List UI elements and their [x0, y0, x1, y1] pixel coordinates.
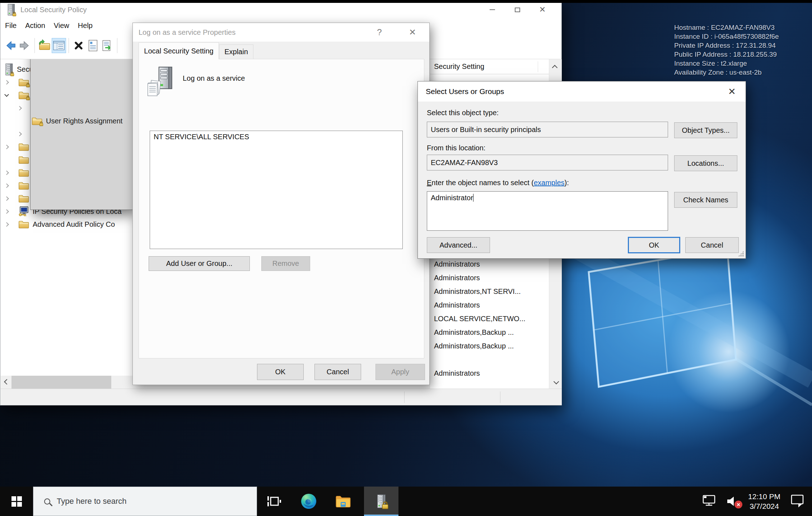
tree-item[interactable]: Advanced Audit Policy Co — [1, 218, 133, 231]
menu-help[interactable]: Help — [78, 22, 93, 30]
close-button[interactable]: ✕ — [530, 0, 555, 19]
close-icon: ✕ — [539, 5, 546, 14]
remove-button[interactable]: Remove — [261, 256, 310, 271]
delete-button[interactable] — [71, 38, 86, 53]
scroll-down-button[interactable] — [549, 376, 562, 389]
toolbar-separator — [117, 38, 117, 53]
security-setting-cell[interactable]: Administrators,Backup ... — [430, 325, 549, 339]
folder-lock-icon — [18, 91, 29, 99]
toolbar-separator — [34, 38, 35, 53]
chevron-right-icon[interactable] — [5, 197, 17, 200]
taskbar-search-input[interactable]: Type here to search — [33, 487, 257, 516]
apply-button[interactable]: Apply — [375, 364, 425, 380]
folder-arrow-icon — [39, 41, 50, 50]
scroll-left-button[interactable] — [1, 376, 11, 389]
task-view-button[interactable] — [257, 487, 291, 516]
scrollbar-thumb[interactable] — [11, 376, 111, 389]
export-list-button[interactable] — [100, 38, 115, 53]
security-setting-cell[interactable]: Administrators — [430, 257, 549, 271]
taskbar-clock[interactable]: 12:10 PM 3/7/2024 — [748, 492, 780, 511]
logon-as-service-properties-dialog: Log on as a service Properties ? ✕ Local… — [132, 23, 430, 385]
security-setting-cell[interactable]: LOCAL SERVICE,NETWO... — [430, 312, 549, 325]
file-explorer-button[interactable] — [326, 487, 360, 516]
forward-arrow-icon — [18, 39, 31, 52]
export-folder-button[interactable] — [37, 38, 52, 53]
add-user-or-group-button[interactable]: Add User or Group... — [149, 256, 250, 271]
column-header-security-setting[interactable]: Security Setting — [430, 59, 549, 74]
instance-info-line: Instance ID : i-065a48f5730882f6e — [674, 32, 779, 41]
close-button[interactable]: ✕ — [404, 23, 421, 42]
member-item[interactable]: NT SERVICE\ALL SERVICES — [154, 133, 399, 141]
ok-button[interactable]: OK — [257, 364, 304, 380]
chevron-right-icon[interactable] — [5, 145, 17, 149]
chevron-right-icon[interactable] — [5, 223, 17, 226]
tab-local-security-setting[interactable]: Local Security Setting — [139, 42, 219, 59]
minimize-button[interactable] — [480, 0, 505, 19]
minimize-icon — [490, 9, 495, 10]
security-setting-list: AdministratorsAdministratorsAdministrato… — [430, 257, 549, 380]
tree-item[interactable]: User Rights Assignment — [1, 114, 133, 127]
edge-button[interactable] — [291, 487, 326, 516]
server-lock-icon — [5, 64, 13, 75]
screen: Hostname : EC2AMAZ-FAN98V3Instance ID : … — [0, 0, 812, 516]
export-list-icon — [102, 39, 113, 52]
scroll-up-button[interactable] — [549, 59, 562, 74]
help-button[interactable]: ? — [371, 23, 388, 42]
chevron-right-icon[interactable] — [18, 132, 30, 136]
policy-name: Log on as a service — [183, 74, 245, 83]
column-separator[interactable] — [538, 61, 538, 72]
members-listbox[interactable]: NT SERVICE\ALL SERVICES — [150, 131, 403, 249]
locations-button[interactable]: Locations... — [674, 155, 737, 171]
folder-icon — [18, 155, 29, 164]
chevron-right-icon[interactable] — [5, 81, 17, 84]
network-tray-button[interactable] — [701, 494, 717, 509]
cancel-button[interactable]: Cancel — [314, 364, 361, 380]
tree-item-label: User Rights Assignment — [46, 117, 122, 125]
dialog-title: Select Users or Groups — [426, 87, 504, 96]
object-names-label: Enter the object names to select (exampl… — [427, 179, 569, 187]
local-security-policy-taskbar-button[interactable] — [364, 487, 398, 516]
statusbar-divider — [404, 391, 405, 403]
ok-button[interactable]: OK — [628, 237, 680, 253]
maximize-button[interactable] — [505, 0, 530, 19]
examples-link[interactable]: examples — [534, 179, 565, 187]
menu-file[interactable]: File — [5, 22, 17, 30]
security-setting-cell[interactable] — [430, 353, 549, 366]
chevron-right-icon[interactable] — [5, 184, 17, 187]
maximize-icon — [515, 8, 520, 12]
back-button[interactable] — [3, 38, 18, 53]
instance-info-line: Private IP Address : 172.31.28.94 — [674, 41, 779, 50]
volume-tray-button[interactable]: ✕ — [726, 495, 739, 508]
console-tree-toggle-button[interactable] — [52, 38, 66, 53]
cancel-button[interactable]: Cancel — [685, 237, 739, 253]
chevron-right-icon[interactable] — [18, 107, 30, 110]
security-setting-cell[interactable]: Administrators — [430, 271, 549, 285]
check-names-button[interactable]: Check Names — [674, 192, 737, 208]
object-type-field[interactable]: Users or Built-in security principals — [427, 122, 668, 137]
delete-x-icon — [73, 40, 84, 51]
close-button[interactable]: ✕ — [723, 84, 741, 99]
resize-grip[interactable] — [738, 251, 744, 257]
windows-logo-icon — [11, 496, 22, 507]
chevron-right-icon[interactable] — [5, 210, 17, 213]
menu-view[interactable]: View — [54, 22, 69, 30]
search-icon — [44, 498, 50, 505]
security-setting-cell[interactable]: Administrators,Backup ... — [430, 339, 549, 353]
properties-button[interactable] — [86, 38, 100, 53]
console-tree: Security SettingsAccount PoliciesLocal P… — [1, 59, 133, 376]
forward-button[interactable] — [18, 38, 32, 53]
security-setting-cell[interactable]: Administrators,NT SERVI... — [430, 285, 549, 298]
instance-info-line: Public IP Address : 18.218.255.39 — [674, 50, 779, 59]
security-setting-cell[interactable]: Administrators — [430, 366, 549, 380]
security-setting-cell[interactable]: Administrators — [430, 298, 549, 312]
object-names-input[interactable]: Administrator — [427, 191, 668, 231]
tab-explain[interactable]: Explain — [219, 44, 253, 59]
action-center-button[interactable] — [790, 493, 806, 509]
object-types-button[interactable]: Object Types... — [674, 122, 737, 138]
from-location-field[interactable]: EC2AMAZ-FAN98V3 — [427, 155, 668, 170]
menu-action[interactable]: Action — [25, 22, 45, 30]
chevron-down-icon[interactable] — [5, 94, 17, 96]
advanced-button[interactable]: Advanced... — [427, 237, 490, 253]
chevron-right-icon[interactable] — [5, 171, 17, 174]
start-button[interactable] — [0, 487, 33, 516]
